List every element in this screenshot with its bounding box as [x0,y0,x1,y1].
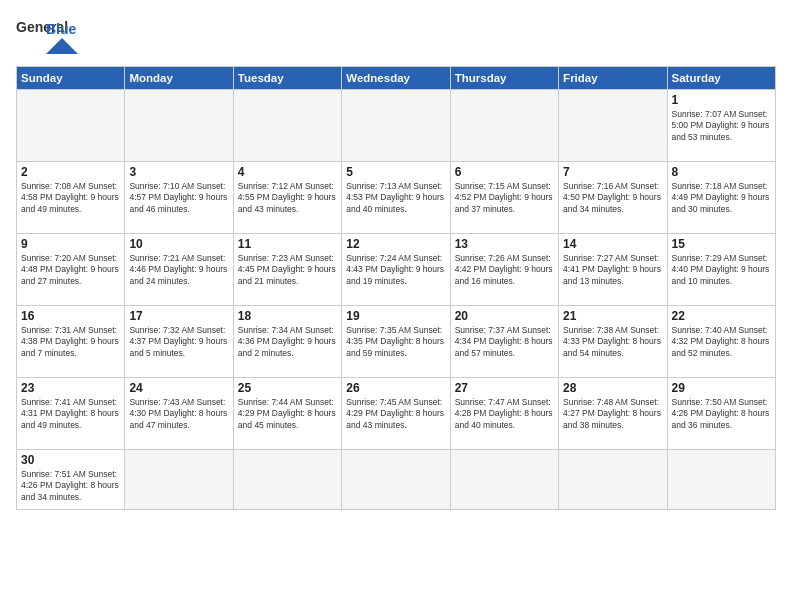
generalblue-logo-icon: General Blue [16,16,96,56]
day-info: Sunrise: 7:40 AM Sunset: 4:32 PM Dayligh… [672,325,771,359]
calendar-week-row: 23Sunrise: 7:41 AM Sunset: 4:31 PM Dayli… [17,378,776,450]
col-header-wednesday: Wednesday [342,67,450,90]
day-info: Sunrise: 7:50 AM Sunset: 4:26 PM Dayligh… [672,397,771,431]
svg-text:Blue: Blue [46,21,77,37]
day-info: Sunrise: 7:07 AM Sunset: 5:00 PM Dayligh… [672,109,771,143]
calendar-cell [342,450,450,510]
calendar-cell: 17Sunrise: 7:32 AM Sunset: 4:37 PM Dayli… [125,306,233,378]
day-number: 17 [129,309,228,323]
day-number: 14 [563,237,662,251]
calendar-cell: 16Sunrise: 7:31 AM Sunset: 4:38 PM Dayli… [17,306,125,378]
calendar-cell: 13Sunrise: 7:26 AM Sunset: 4:42 PM Dayli… [450,234,558,306]
day-info: Sunrise: 7:18 AM Sunset: 4:49 PM Dayligh… [672,181,771,215]
day-info: Sunrise: 7:34 AM Sunset: 4:36 PM Dayligh… [238,325,337,359]
calendar-cell: 5Sunrise: 7:13 AM Sunset: 4:53 PM Daylig… [342,162,450,234]
day-number: 19 [346,309,445,323]
day-info: Sunrise: 7:08 AM Sunset: 4:58 PM Dayligh… [21,181,120,215]
calendar-cell [667,450,775,510]
calendar-cell [125,450,233,510]
day-number: 10 [129,237,228,251]
day-info: Sunrise: 7:37 AM Sunset: 4:34 PM Dayligh… [455,325,554,359]
day-number: 9 [21,237,120,251]
header: General Blue [16,16,776,56]
day-info: Sunrise: 7:13 AM Sunset: 4:53 PM Dayligh… [346,181,445,215]
day-number: 1 [672,93,771,107]
day-number: 6 [455,165,554,179]
col-header-monday: Monday [125,67,233,90]
calendar-cell: 22Sunrise: 7:40 AM Sunset: 4:32 PM Dayli… [667,306,775,378]
day-number: 21 [563,309,662,323]
col-header-sunday: Sunday [17,67,125,90]
day-number: 11 [238,237,337,251]
calendar-cell: 23Sunrise: 7:41 AM Sunset: 4:31 PM Dayli… [17,378,125,450]
calendar-table: SundayMondayTuesdayWednesdayThursdayFrid… [16,66,776,510]
day-number: 4 [238,165,337,179]
calendar-cell: 4Sunrise: 7:12 AM Sunset: 4:55 PM Daylig… [233,162,341,234]
calendar-cell: 18Sunrise: 7:34 AM Sunset: 4:36 PM Dayli… [233,306,341,378]
day-info: Sunrise: 7:27 AM Sunset: 4:41 PM Dayligh… [563,253,662,287]
calendar-cell [559,90,667,162]
calendar-cell: 25Sunrise: 7:44 AM Sunset: 4:29 PM Dayli… [233,378,341,450]
day-info: Sunrise: 7:45 AM Sunset: 4:29 PM Dayligh… [346,397,445,431]
day-info: Sunrise: 7:10 AM Sunset: 4:57 PM Dayligh… [129,181,228,215]
day-number: 24 [129,381,228,395]
day-number: 26 [346,381,445,395]
calendar-cell [233,90,341,162]
calendar-cell: 21Sunrise: 7:38 AM Sunset: 4:33 PM Dayli… [559,306,667,378]
calendar-week-row: 1Sunrise: 7:07 AM Sunset: 5:00 PM Daylig… [17,90,776,162]
calendar-cell: 24Sunrise: 7:43 AM Sunset: 4:30 PM Dayli… [125,378,233,450]
day-info: Sunrise: 7:23 AM Sunset: 4:45 PM Dayligh… [238,253,337,287]
calendar-cell: 7Sunrise: 7:16 AM Sunset: 4:50 PM Daylig… [559,162,667,234]
calendar-cell [450,90,558,162]
day-number: 16 [21,309,120,323]
calendar-cell: 30Sunrise: 7:51 AM Sunset: 4:26 PM Dayli… [17,450,125,510]
calendar-week-row: 2Sunrise: 7:08 AM Sunset: 4:58 PM Daylig… [17,162,776,234]
calendar-cell: 3Sunrise: 7:10 AM Sunset: 4:57 PM Daylig… [125,162,233,234]
day-number: 18 [238,309,337,323]
day-number: 5 [346,165,445,179]
page: General Blue SundayMondayTuesdayWednesda… [0,0,792,612]
col-header-saturday: Saturday [667,67,775,90]
calendar-cell [233,450,341,510]
day-info: Sunrise: 7:35 AM Sunset: 4:35 PM Dayligh… [346,325,445,359]
day-info: Sunrise: 7:12 AM Sunset: 4:55 PM Dayligh… [238,181,337,215]
calendar-cell: 9Sunrise: 7:20 AM Sunset: 4:48 PM Daylig… [17,234,125,306]
day-number: 30 [21,453,120,467]
day-info: Sunrise: 7:38 AM Sunset: 4:33 PM Dayligh… [563,325,662,359]
day-number: 22 [672,309,771,323]
day-number: 12 [346,237,445,251]
col-header-thursday: Thursday [450,67,558,90]
calendar-cell: 14Sunrise: 7:27 AM Sunset: 4:41 PM Dayli… [559,234,667,306]
day-info: Sunrise: 7:41 AM Sunset: 4:31 PM Dayligh… [21,397,120,431]
day-info: Sunrise: 7:51 AM Sunset: 4:26 PM Dayligh… [21,469,120,503]
day-info: Sunrise: 7:21 AM Sunset: 4:46 PM Dayligh… [129,253,228,287]
day-number: 28 [563,381,662,395]
day-info: Sunrise: 7:16 AM Sunset: 4:50 PM Dayligh… [563,181,662,215]
day-info: Sunrise: 7:32 AM Sunset: 4:37 PM Dayligh… [129,325,228,359]
calendar-cell: 15Sunrise: 7:29 AM Sunset: 4:40 PM Dayli… [667,234,775,306]
calendar-cell: 2Sunrise: 7:08 AM Sunset: 4:58 PM Daylig… [17,162,125,234]
calendar-cell: 19Sunrise: 7:35 AM Sunset: 4:35 PM Dayli… [342,306,450,378]
calendar-cell: 8Sunrise: 7:18 AM Sunset: 4:49 PM Daylig… [667,162,775,234]
day-number: 15 [672,237,771,251]
day-number: 3 [129,165,228,179]
day-number: 25 [238,381,337,395]
day-info: Sunrise: 7:26 AM Sunset: 4:42 PM Dayligh… [455,253,554,287]
svg-marker-1 [46,38,78,54]
calendar-cell: 20Sunrise: 7:37 AM Sunset: 4:34 PM Dayli… [450,306,558,378]
calendar-cell: 12Sunrise: 7:24 AM Sunset: 4:43 PM Dayli… [342,234,450,306]
day-number: 8 [672,165,771,179]
calendar-cell: 11Sunrise: 7:23 AM Sunset: 4:45 PM Dayli… [233,234,341,306]
logo: General Blue [16,16,96,56]
calendar-header-row: SundayMondayTuesdayWednesdayThursdayFrid… [17,67,776,90]
calendar-cell: 10Sunrise: 7:21 AM Sunset: 4:46 PM Dayli… [125,234,233,306]
calendar-cell: 26Sunrise: 7:45 AM Sunset: 4:29 PM Dayli… [342,378,450,450]
calendar-cell [559,450,667,510]
calendar-week-row: 16Sunrise: 7:31 AM Sunset: 4:38 PM Dayli… [17,306,776,378]
day-info: Sunrise: 7:48 AM Sunset: 4:27 PM Dayligh… [563,397,662,431]
calendar-cell [450,450,558,510]
day-info: Sunrise: 7:29 AM Sunset: 4:40 PM Dayligh… [672,253,771,287]
day-info: Sunrise: 7:24 AM Sunset: 4:43 PM Dayligh… [346,253,445,287]
day-number: 27 [455,381,554,395]
day-info: Sunrise: 7:44 AM Sunset: 4:29 PM Dayligh… [238,397,337,431]
